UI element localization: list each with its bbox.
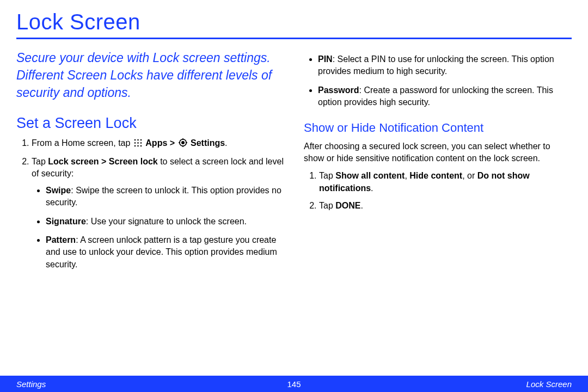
svg-point-2 (140, 139, 142, 140)
step-1-apps: Apps > (145, 138, 177, 148)
steps-set-screen-lock: From a Home screen, tap Apps > Settings.… (16, 137, 284, 271)
bullet-signature-text: : Use your signature to unlock the scree… (86, 217, 247, 226)
step-2: Tap Lock screen > Screen lock to select … (32, 156, 284, 271)
footer-right: Lock Screen (526, 379, 572, 389)
bullet-signature: Signature: Use your signature to unlock … (46, 216, 284, 228)
manual-page: Lock Screen Secure your device with Lock… (0, 0, 588, 392)
steps-notification: Tap Show all content, Hide content, or D… (304, 170, 572, 212)
bullet-pin: PIN: Select a PIN to use for unlocking t… (318, 53, 572, 78)
apps-grid-icon (134, 138, 142, 150)
settings-gear-icon (179, 138, 187, 150)
step-1: From a Home screen, tap Apps > Settings. (32, 137, 284, 150)
svg-rect-14 (186, 142, 187, 143)
bullet-pattern-label: Pattern (46, 235, 76, 244)
bullet-pattern: Pattern: A screen unlock pattern is a ta… (46, 234, 284, 271)
notif-step-1-c1: , (405, 171, 409, 180)
bullet-signature-label: Signature (46, 217, 86, 226)
column-right: PIN: Select a PIN to use for unlocking t… (304, 49, 572, 277)
step-1-settings: Settings (191, 138, 225, 148)
bullet-swipe-label: Swipe (46, 186, 71, 195)
bullet-password: Password: Create a password for unlockin… (318, 84, 572, 109)
svg-rect-12 (182, 145, 183, 147)
notif-step-1-b2: Hide content (409, 171, 462, 180)
intro-text: Secure your device with Lock screen sett… (16, 49, 284, 102)
step-1-pre: From a Home screen, tap (32, 138, 133, 148)
notif-step-1-post: . (371, 183, 373, 193)
svg-point-8 (140, 145, 142, 146)
notif-step-1-pre: Tap (319, 171, 335, 180)
heading-set-screen-lock: Set a Screen Lock (16, 115, 284, 132)
notif-step-2-post: . (360, 201, 363, 210)
bullet-pin-text: : Select a PIN to use for unlocking the … (318, 54, 554, 76)
step-2-pre: Tap (32, 157, 48, 166)
step-2-bold: Lock screen > Screen lock (48, 157, 157, 166)
svg-point-6 (134, 145, 136, 146)
svg-rect-11 (182, 138, 183, 140)
heading-notification-content: Show or Hide Notification Content (304, 121, 572, 135)
notif-step-2-bold: DONE (335, 201, 360, 210)
svg-point-4 (137, 142, 139, 144)
footer-left: Settings (16, 379, 46, 389)
notif-step-1: Tap Show all content, Hide content, or D… (319, 170, 572, 194)
svg-point-5 (140, 142, 142, 144)
bullet-pattern-text: : A screen unlock pattern is a tap gestu… (46, 235, 277, 269)
notif-step-2: Tap DONE. (319, 200, 572, 212)
column-left: Secure your device with Lock screen sett… (16, 49, 284, 277)
bullet-swipe: Swipe: Swipe the screen to unlock it. Th… (46, 185, 284, 209)
lock-options-list-cont: PIN: Select a PIN to use for unlocking t… (304, 53, 572, 109)
bullet-swipe-text: : Swipe the screen to unlock it. This op… (46, 186, 281, 207)
svg-point-0 (134, 139, 136, 140)
svg-point-10 (181, 141, 183, 143)
notification-intro: After choosing a secured lock screen, yo… (304, 140, 572, 165)
svg-point-1 (137, 139, 139, 140)
notif-step-1-c2: , or (462, 171, 477, 180)
notif-step-2-pre: Tap (319, 201, 335, 210)
bullet-pin-label: PIN (318, 54, 333, 64)
svg-point-7 (137, 145, 139, 146)
page-footer: Settings 145 Lock Screen (0, 376, 588, 392)
svg-rect-13 (179, 142, 180, 143)
svg-point-3 (134, 142, 136, 144)
notif-step-1-b1: Show all content (335, 171, 405, 180)
footer-page-number: 145 (287, 379, 301, 389)
title-divider (16, 38, 572, 39)
page-title: Lock Screen (16, 10, 572, 34)
bullet-password-label: Password (318, 85, 359, 95)
step-1-post: . (225, 138, 227, 148)
lock-options-list: Swipe: Swipe the screen to unlock it. Th… (32, 185, 284, 271)
content-columns: Secure your device with Lock screen sett… (16, 49, 572, 277)
